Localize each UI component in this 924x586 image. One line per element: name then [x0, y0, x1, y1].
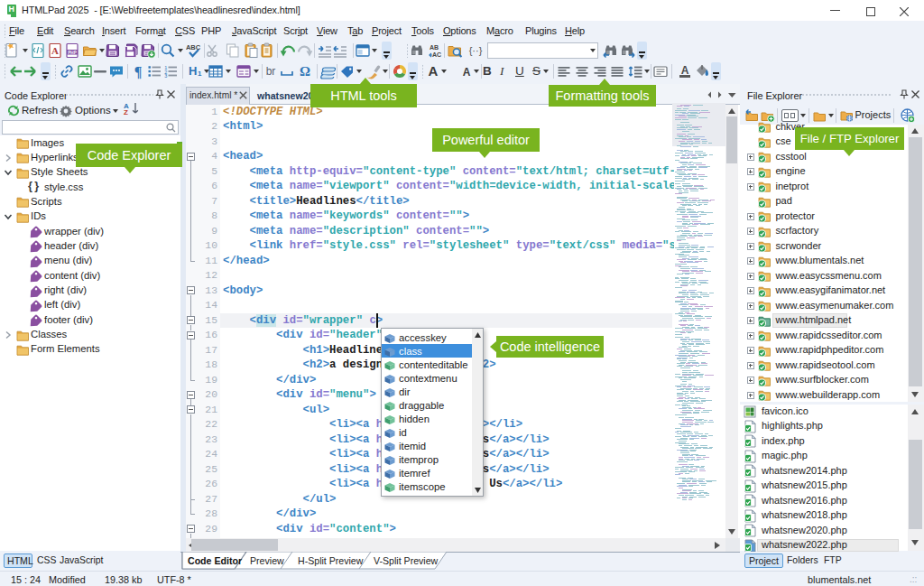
svg-text:A: A: [463, 66, 471, 79]
svg-text:AB: AB: [430, 44, 439, 51]
svg-text:PHP: PHP: [68, 51, 76, 55]
svg-text:br: br: [266, 65, 276, 78]
svg-text:A: A: [681, 64, 689, 77]
svg-text:{··}: {··}: [469, 45, 483, 56]
svg-text:3: 3: [164, 73, 167, 79]
svg-text:A: A: [429, 63, 439, 79]
svg-text:1: 1: [198, 70, 202, 78]
svg-text:¶: ¶: [134, 64, 143, 79]
svg-text:Ω: Ω: [300, 64, 310, 79]
svg-text:AC: AC: [432, 51, 441, 58]
svg-text:H: H: [189, 64, 197, 78]
svg-text:A: A: [51, 45, 59, 56]
